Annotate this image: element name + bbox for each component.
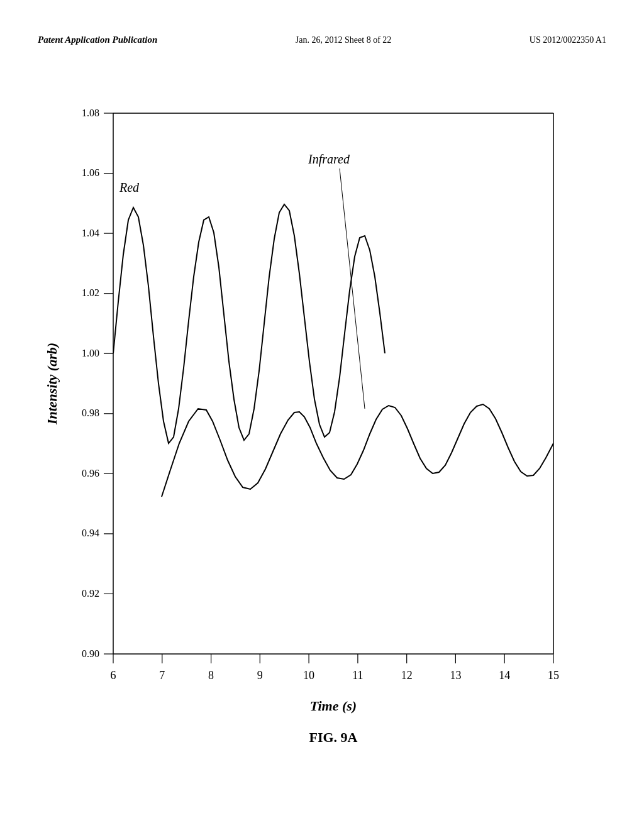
svg-rect-0 (113, 113, 553, 654)
chart-svg: 6 7 8 9 10 11 12 13 14 (38, 101, 604, 773)
header-date-sheet: Jan. 26, 2012 Sheet 8 of 22 (296, 35, 391, 45)
svg-text:0.94: 0.94 (82, 528, 99, 538)
svg-text:6: 6 (111, 669, 116, 682)
svg-text:14: 14 (499, 669, 510, 682)
svg-text:10: 10 (303, 669, 314, 682)
svg-text:8: 8 (208, 669, 214, 682)
svg-text:9: 9 (257, 669, 263, 682)
svg-text:0.98: 0.98 (82, 407, 99, 418)
svg-text:FIG. 9A: FIG. 9A (309, 729, 358, 745)
red-waveform (113, 204, 385, 443)
infrared-label: Infrared (308, 152, 350, 167)
svg-text:12: 12 (401, 669, 413, 682)
svg-text:0.96: 0.96 (82, 468, 99, 479)
header-publication-label: Patent Application Publication (38, 35, 157, 45)
svg-text:1.06: 1.06 (82, 167, 99, 178)
svg-text:1.00: 1.00 (82, 348, 99, 358)
chart-area: 6 7 8 9 10 11 12 13 14 (38, 101, 606, 780)
svg-text:0.92: 0.92 (82, 588, 99, 599)
svg-text:Intensity (arb): Intensity (arb) (44, 343, 60, 425)
svg-text:11: 11 (352, 669, 363, 682)
red-label: Red (119, 180, 140, 194)
svg-text:15: 15 (548, 669, 559, 682)
svg-text:Time (s): Time (s) (310, 698, 357, 714)
svg-text:1.04: 1.04 (82, 228, 99, 238)
page: Patent Application Publication Jan. 26, … (0, 0, 644, 830)
svg-text:13: 13 (450, 669, 461, 682)
header: Patent Application Publication Jan. 26, … (38, 35, 606, 45)
svg-text:1.02: 1.02 (82, 287, 99, 298)
svg-text:0.90: 0.90 (82, 648, 99, 659)
infrared-arrow (340, 169, 365, 409)
svg-text:7: 7 (159, 669, 165, 682)
header-patent-number: US 2012/0022350 A1 (530, 35, 606, 45)
infrared-waveform (162, 404, 553, 497)
svg-text:1.08: 1.08 (82, 108, 99, 118)
